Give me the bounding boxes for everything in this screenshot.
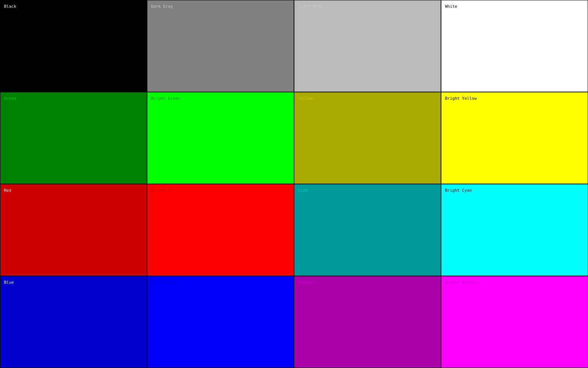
color-cell-green: Green [0,92,147,184]
color-label: Bright Yellow [445,96,477,101]
color-label: Bright Magenta [445,280,479,285]
color-cell-cyan: Cyan [294,184,441,276]
color-cell-red: Red [0,184,147,276]
color-label: Dark Gray [151,4,173,9]
color-label: Cyan [298,188,308,193]
color-cell-white: White [441,0,588,92]
color-cell-blue: Blue [0,276,147,368]
color-label: Light Gray [298,4,322,9]
color-label: Bright Blue [151,280,178,285]
color-label: Black [4,4,16,9]
color-cell-black: Black [0,0,147,92]
color-label: White [445,4,457,9]
color-grid: BlackDark GrayLight GrayWhiteGreenBright… [0,0,588,368]
color-label: Blue [4,280,14,285]
color-label: Magenta [298,280,315,285]
color-cell-bright-magenta: Bright Magenta [441,276,588,368]
color-cell-bright-yellow: Bright Yellow [441,92,588,184]
color-cell-bright-blue: Bright Blue [147,276,294,368]
color-label: Bright Cyan [445,188,472,193]
color-label: Red [4,188,11,193]
color-cell-bright-green: Bright Green [147,92,294,184]
color-cell-bright-red: Bright Red [147,184,294,276]
color-cell-dark-gray: Dark Gray [147,0,294,92]
color-label: Yellow [298,96,313,101]
color-label: Green [4,96,16,101]
color-cell-magenta: Magenta [294,276,441,368]
color-label: Bright Green [151,96,180,101]
color-cell-bright-cyan: Bright Cyan [441,184,588,276]
color-label: Bright Red [151,188,175,193]
color-cell-yellow: Yellow [294,92,441,184]
color-cell-light-gray: Light Gray [294,0,441,92]
